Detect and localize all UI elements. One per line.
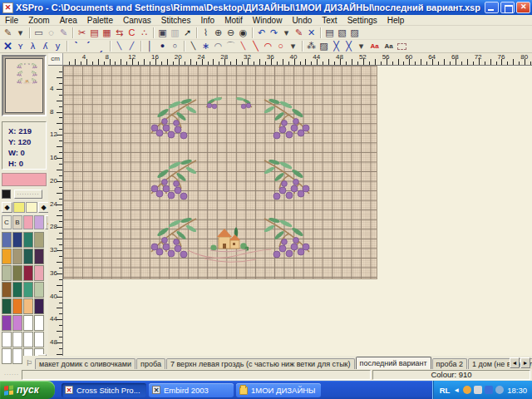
motif-olive-branch[interactable] <box>32 63 37 68</box>
palette-swatch[interactable] <box>34 332 44 347</box>
motif-olive-branch[interactable] <box>32 71 37 76</box>
palette-swatch[interactable] <box>12 332 22 347</box>
minimize-button[interactable] <box>485 2 499 13</box>
backstitch-icon[interactable]: │ <box>144 40 156 52</box>
tab-scroll-right[interactable]: ▸ <box>520 357 530 368</box>
curve-dropdown-icon[interactable]: ▾ <box>287 40 299 52</box>
yellow-swatch[interactable] <box>13 202 25 213</box>
palette-swatch[interactable] <box>23 265 33 281</box>
view-screen-icon[interactable]: ▣ <box>156 27 169 39</box>
cut-icon[interactable]: ✂ <box>76 27 88 39</box>
menu-text[interactable]: Text <box>317 16 342 25</box>
scatter-icon[interactable]: ∴ <box>138 27 150 39</box>
palette-swatch[interactable] <box>2 298 12 314</box>
motif-olive-sprig[interactable] <box>236 96 252 108</box>
palette-swatch[interactable] <box>34 232 44 248</box>
palette-swatch[interactable] <box>12 298 22 314</box>
design-preview[interactable] <box>2 55 47 116</box>
design-canvas[interactable] <box>63 66 377 280</box>
tray-icon-1[interactable] <box>463 386 471 394</box>
palette-swatch[interactable] <box>23 332 33 347</box>
palette-swatch[interactable] <box>12 265 22 281</box>
palette-head-lavender[interactable] <box>34 215 44 229</box>
motif-olive-branch[interactable] <box>17 71 22 76</box>
needle-pen-icon[interactable]: ✎ <box>293 27 305 39</box>
couching-icon[interactable]: ∗ <box>200 40 212 52</box>
menu-motif[interactable]: Motif <box>219 16 248 25</box>
motif-olive-branch[interactable] <box>17 63 22 68</box>
motif-olive-sprig[interactable] <box>24 63 26 65</box>
palette-swatch[interactable] <box>2 332 12 347</box>
current-color-swatch[interactable] <box>2 173 47 186</box>
menu-settings[interactable]: Settings <box>342 16 382 25</box>
half-back-icon[interactable]: ╲ <box>113 40 126 52</box>
pencil-tool-icon[interactable]: ✎ <box>2 27 14 39</box>
redo-icon[interactable]: ↷ <box>268 27 280 39</box>
menu-canvas[interactable]: Canvas <box>118 16 156 25</box>
needle-cross-1-icon[interactable]: ╳ <box>330 40 342 52</box>
pale-yellow-swatch[interactable] <box>26 202 37 213</box>
select-region-icon[interactable] <box>396 40 408 52</box>
palette-swatch[interactable] <box>34 282 44 298</box>
arc-dark-icon[interactable]: ⌒ <box>224 40 237 52</box>
symbol-button-left[interactable]: ◆ <box>2 202 12 213</box>
three-quarter-2-icon[interactable]: λ <box>27 40 39 52</box>
zoom-actual-icon[interactable]: ◉ <box>237 27 249 39</box>
export-doc-icon[interactable]: ▧ <box>336 27 348 39</box>
language-indicator[interactable]: RL <box>440 386 451 395</box>
motif-olive-sprig[interactable] <box>27 63 29 65</box>
quarter-2-icon[interactable]: ˊ <box>82 40 95 52</box>
tray-icon-4[interactable] <box>495 386 504 394</box>
palette-options-button[interactable]: ········· <box>14 190 42 199</box>
design-tab[interactable]: проба 2 <box>432 358 467 369</box>
menu-info[interactable]: Info <box>195 16 219 25</box>
paste-icon[interactable]: ▦ <box>101 27 113 39</box>
print-icon[interactable]: ▥ <box>169 27 181 39</box>
design-tab[interactable]: последний вариант <box>356 357 431 369</box>
palette-swatch[interactable] <box>34 298 44 314</box>
needle-cross-2-icon[interactable]: ╳ <box>342 40 355 52</box>
palette-swatch[interactable] <box>2 232 12 248</box>
palette-swatch[interactable] <box>12 249 22 264</box>
select-freehand-icon[interactable]: ✎ <box>57 27 70 39</box>
undo-icon[interactable]: ↶ <box>255 27 268 39</box>
palette-swatch[interactable] <box>2 265 12 281</box>
palette-swatch[interactable] <box>34 249 44 264</box>
menu-file[interactable]: File <box>0 16 23 25</box>
half-forward-icon[interactable]: ╱ <box>126 40 138 52</box>
zoom-in-icon[interactable]: ⊕ <box>212 27 224 39</box>
palette-swatch[interactable] <box>2 282 12 298</box>
close-button[interactable] <box>516 2 530 13</box>
red-curve-icon[interactable]: ◠ <box>262 40 274 52</box>
redo-dropdown-icon[interactable]: ▾ <box>280 27 293 39</box>
needle-dropdown-icon[interactable]: ▾ <box>355 40 367 52</box>
palette-swatch[interactable] <box>2 348 12 364</box>
palette-swatch[interactable] <box>12 348 22 364</box>
rotate-icon[interactable]: C <box>126 27 138 39</box>
design-tab[interactable]: макет домик с оливочками <box>35 358 135 369</box>
canvas-viewport[interactable] <box>63 66 532 356</box>
design-tab[interactable]: 7 верхн левая гроздь (с частью ниж ветки… <box>166 358 355 369</box>
menu-stitches[interactable]: Stitches <box>156 16 196 25</box>
palette-col-b[interactable]: B <box>12 215 22 229</box>
palette-head-pink[interactable] <box>23 215 33 229</box>
full-cross-icon[interactable]: ✕ <box>2 40 14 52</box>
mirror-icon[interactable]: ⇆ <box>113 27 126 39</box>
quarter-1-icon[interactable]: ˋ <box>70 40 82 52</box>
tray-icon-3[interactable] <box>485 386 493 394</box>
select-rect-icon[interactable]: ▭ <box>32 27 45 39</box>
three-quarter-1-icon[interactable]: ʏ <box>14 40 27 52</box>
tab-flag-icon[interactable]: ⚐ <box>23 358 35 369</box>
redline-icon[interactable]: ╲ <box>237 40 249 52</box>
menu-undo[interactable]: Undo <box>287 16 317 25</box>
taskbar-button[interactable]: 1МОИ ДИЗАЙНЫ <box>236 383 321 397</box>
hide-icons-chevron[interactable]: ◄ <box>453 387 460 394</box>
motif-olive-branch[interactable] <box>264 98 309 139</box>
three-quarter-3-icon[interactable]: ʎ <box>39 40 52 52</box>
menu-help[interactable]: Help <box>382 16 410 25</box>
motif-olive-branch[interactable] <box>264 159 309 200</box>
select-lasso-icon[interactable]: ◌ <box>45 27 57 39</box>
palette-swatch[interactable] <box>12 232 22 248</box>
motif-house[interactable] <box>210 228 249 252</box>
copy-icon[interactable]: ▤ <box>88 27 101 39</box>
